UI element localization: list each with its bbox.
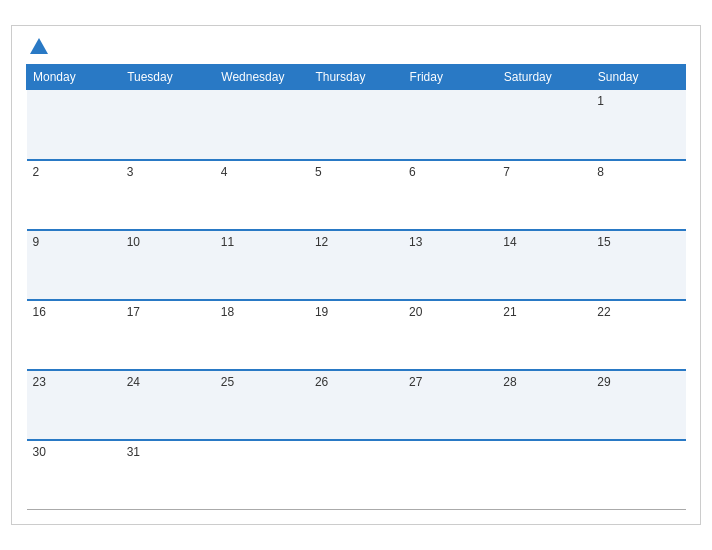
day-number: 26 [315,375,328,389]
calendar-cell: 31 [121,440,215,510]
day-number: 17 [127,305,140,319]
day-number: 12 [315,235,328,249]
day-number: 6 [409,165,416,179]
day-number: 7 [503,165,510,179]
calendar-cell: 25 [215,370,309,440]
calendar-cell: 15 [591,230,685,300]
calendar-container: MondayTuesdayWednesdayThursdayFridaySatu… [11,25,701,525]
calendar-cell: 24 [121,370,215,440]
week-row-3: 16171819202122 [27,300,686,370]
day-number: 9 [33,235,40,249]
logo-icon [28,36,50,58]
day-number: 23 [33,375,46,389]
calendar-cell [497,90,591,160]
calendar-cell: 5 [309,160,403,230]
calendar-cell: 20 [403,300,497,370]
calendar-cell: 28 [497,370,591,440]
svg-marker-0 [30,38,48,54]
calendar-cell: 29 [591,370,685,440]
calendar-cell: 19 [309,300,403,370]
day-number: 24 [127,375,140,389]
day-number: 22 [597,305,610,319]
calendar-cell: 3 [121,160,215,230]
calendar-cell [497,440,591,510]
day-number: 16 [33,305,46,319]
calendar-cell: 30 [27,440,121,510]
weekday-header-row: MondayTuesdayWednesdayThursdayFridaySatu… [27,65,686,90]
day-number: 25 [221,375,234,389]
day-number: 8 [597,165,604,179]
calendar-cell: 14 [497,230,591,300]
weekday-header-wednesday: Wednesday [215,65,309,90]
calendar-cell [309,90,403,160]
day-number: 20 [409,305,422,319]
day-number: 19 [315,305,328,319]
day-number: 21 [503,305,516,319]
calendar-cell: 11 [215,230,309,300]
calendar-cell: 27 [403,370,497,440]
calendar-cell [215,90,309,160]
week-row-2: 9101112131415 [27,230,686,300]
calendar-cell: 10 [121,230,215,300]
calendar-cell: 22 [591,300,685,370]
week-row-1: 2345678 [27,160,686,230]
calendar-grid: MondayTuesdayWednesdayThursdayFridaySatu… [26,64,686,510]
calendar-cell: 8 [591,160,685,230]
weekday-header-thursday: Thursday [309,65,403,90]
calendar-cell: 9 [27,230,121,300]
calendar-cell [309,440,403,510]
calendar-cell: 2 [27,160,121,230]
day-number: 14 [503,235,516,249]
calendar-cell: 7 [497,160,591,230]
weekday-header-saturday: Saturday [497,65,591,90]
calendar-cell [215,440,309,510]
day-number: 15 [597,235,610,249]
logo [26,36,50,58]
calendar-thead: MondayTuesdayWednesdayThursdayFridaySatu… [27,65,686,90]
calendar-cell [403,90,497,160]
calendar-cell: 6 [403,160,497,230]
calendar-cell: 13 [403,230,497,300]
weekday-header-friday: Friday [403,65,497,90]
day-number: 28 [503,375,516,389]
calendar-body: 1234567891011121314151617181920212223242… [27,90,686,510]
calendar-cell: 18 [215,300,309,370]
day-number: 18 [221,305,234,319]
calendar-cell: 23 [27,370,121,440]
calendar-cell: 21 [497,300,591,370]
calendar-cell [27,90,121,160]
calendar-cell [121,90,215,160]
day-number: 30 [33,445,46,459]
calendar-cell [403,440,497,510]
weekday-header-sunday: Sunday [591,65,685,90]
calendar-cell: 12 [309,230,403,300]
weekday-header-monday: Monday [27,65,121,90]
day-number: 11 [221,235,234,249]
calendar-cell: 26 [309,370,403,440]
day-number: 2 [33,165,40,179]
calendar-cell [591,440,685,510]
week-row-5: 3031 [27,440,686,510]
day-number: 3 [127,165,134,179]
day-number: 1 [597,94,604,108]
day-number: 31 [127,445,140,459]
calendar-header [26,36,686,58]
week-row-0: 1 [27,90,686,160]
day-number: 29 [597,375,610,389]
calendar-cell: 1 [591,90,685,160]
day-number: 4 [221,165,228,179]
day-number: 10 [127,235,140,249]
calendar-cell: 16 [27,300,121,370]
week-row-4: 23242526272829 [27,370,686,440]
weekday-header-tuesday: Tuesday [121,65,215,90]
calendar-cell: 4 [215,160,309,230]
day-number: 27 [409,375,422,389]
calendar-cell: 17 [121,300,215,370]
day-number: 5 [315,165,322,179]
day-number: 13 [409,235,422,249]
